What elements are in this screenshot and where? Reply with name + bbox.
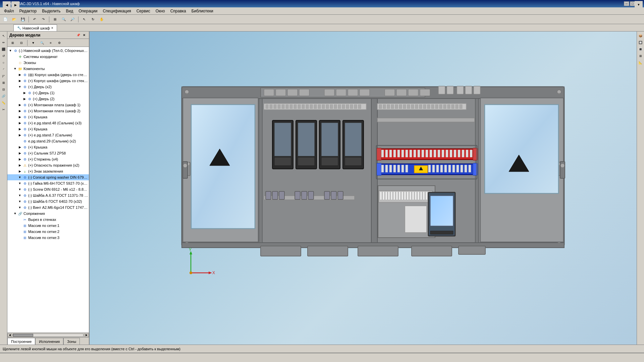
tab-main[interactable]: 🔧 Навесной шкаф × — [13, 24, 57, 31]
select-button[interactable]: ↖ — [80, 16, 88, 23]
expander-arr2[interactable] — [17, 229, 22, 234]
expander-screw[interactable]: ▼ — [17, 187, 22, 192]
tree-node-arr1[interactable]: ⊞ Массив по сетке:1 — [7, 223, 89, 229]
expander-gland2[interactable]: ▶ — [17, 133, 22, 137]
expander-danger[interactable]: ▶ — [17, 163, 22, 168]
expander-sketches[interactable] — [13, 60, 17, 65]
expander-cap3[interactable]: ▶ — [17, 145, 22, 149]
expander-washer2[interactable]: ▼ — [17, 193, 22, 198]
right-btn-2[interactable]: 🔲 — [638, 40, 644, 46]
expander-corp2[interactable]: ▶ — [17, 78, 22, 83]
tree-node-root[interactable]: ▼ ⚙ (-) Навесной шкаф (Тел-0, Сборочных … — [7, 48, 89, 54]
expander-washer[interactable]: ▼ — [17, 175, 22, 180]
expander-cut[interactable] — [17, 217, 22, 222]
tab-exec[interactable]: Исполнения — [35, 338, 63, 345]
expander-ground[interactable]: ▶ — [17, 169, 22, 174]
expander-root[interactable]: ▼ — [8, 48, 13, 53]
tree-node-washer[interactable]: ▼ ⚙ (-) Conical spring washer DIN 6796 -… — [7, 174, 89, 180]
scroll-left-btn[interactable]: ◀ — [7, 334, 12, 337]
tree-node-gland1[interactable]: ▶ ⚙ (+) e.pg.stand.48 (Сальник) (x3) — [7, 120, 89, 126]
tree-node-nut[interactable]: ▼ ⚙ (-) Гайка M6-6H ГОСТ 5927-70 (x50) — [7, 180, 89, 186]
right-btn-5[interactable]: 📐 — [638, 60, 644, 66]
tree-filter[interactable]: ▼ — [29, 39, 37, 47]
tree-node-door2[interactable]: ▶ ⚙ (+) Дверь (2) — [7, 96, 89, 102]
tree-node-sketches[interactable]: □ Эскизы — [7, 60, 89, 66]
tree-search[interactable]: 🔍 — [38, 39, 46, 47]
scroll-thumb[interactable] — [13, 334, 33, 337]
measure-tool[interactable]: 📏 — [1, 100, 7, 106]
tree-node-cap3[interactable]: ▶ ⚙ (+) Крышка — [7, 144, 89, 150]
expander-components[interactable]: ▼ — [13, 66, 17, 71]
tree-node-danger[interactable]: ▶ ⚠ (+) Опасность поражения (x2) — [7, 162, 89, 168]
right-btn-4[interactable]: ⊞ — [638, 53, 644, 59]
tree-node-arr2[interactable]: ⊞ Массив по сетке:2 — [7, 229, 89, 235]
tree-node-door1[interactable]: ▶ ⚙ (+) Дверь (1) — [7, 90, 89, 96]
menu-operations[interactable]: Операции — [76, 8, 100, 14]
tree-node-bolt[interactable]: ▼ ⚙ (-) Винт А2.М6-6gx14 ГОСТ 17473-80 — [7, 204, 89, 210]
new-button[interactable]: 📄 — [1, 16, 9, 23]
zoom-in-button[interactable]: 🔍 — [60, 16, 68, 23]
sketch-tool[interactable]: ✏ — [1, 40, 7, 46]
open-button[interactable]: 📂 — [10, 16, 18, 23]
undo-button[interactable]: ↶ — [31, 16, 39, 23]
mating-tool[interactable]: 🔗 — [1, 93, 7, 99]
expander-gland1[interactable]: ▶ — [17, 121, 22, 125]
section-tool[interactable]: ✂ — [1, 107, 7, 113]
mirror-tool[interactable]: ⊟ — [1, 86, 7, 93]
tree-node-rod[interactable]: ▶ ⚙ (+) Стержень (x4) — [7, 156, 89, 162]
pan-button[interactable]: ✋ — [98, 16, 106, 23]
expander-doors[interactable]: ▼ — [17, 84, 22, 89]
hole-tool[interactable]: ○ — [1, 60, 7, 66]
chamfer-tool[interactable]: ◸ — [1, 73, 7, 79]
expander-corp1[interactable]: ▶ — [17, 72, 22, 77]
redo-button[interactable]: ↷ — [39, 16, 47, 23]
tree-settings[interactable]: ⚙ — [55, 39, 63, 47]
minimize-button[interactable]: ─ — [624, 1, 629, 6]
menu-help[interactable]: Справка — [168, 8, 189, 14]
tree-node-arr3[interactable]: ⊞ Массив по сетке:3 — [7, 235, 89, 241]
expander-mount2[interactable]: ▶ — [17, 109, 22, 113]
right-btn-1[interactable]: 📦 — [638, 33, 644, 39]
menu-view[interactable]: Вид — [63, 8, 76, 14]
tree-node-mount2[interactable]: ▶ ⚙ (+) Монтажная плата (шкаф 2) — [7, 108, 89, 114]
tree-node-gland4[interactable]: ▶ ⚙ (+) Сальник STJ ZP58 — [7, 150, 89, 156]
tab-close-button[interactable]: × — [51, 26, 53, 30]
select-tool[interactable]: ↖ — [1, 33, 7, 39]
panel-close-button[interactable]: ✕ — [82, 33, 87, 38]
menu-service[interactable]: Сервис — [134, 8, 153, 14]
menu-window[interactable]: Окно — [153, 8, 168, 14]
revolve-tool[interactable]: ↺ — [1, 53, 7, 59]
expander-washer3[interactable]: ▼ — [17, 199, 22, 204]
rotate-button[interactable]: ↻ — [89, 16, 97, 23]
scroll-right-btn[interactable]: ▶ — [84, 334, 89, 337]
extrude-tool[interactable]: ⬛ — [1, 46, 7, 52]
expander-gland3[interactable] — [17, 139, 22, 143]
viewport-3d[interactable]: Y X — [90, 32, 637, 345]
menu-spec[interactable]: Спецификация — [100, 8, 133, 14]
tree-node-ground[interactable]: ▶ ⏚ (+) Знак заземления — [7, 168, 89, 174]
expander-bolt[interactable]: ▼ — [17, 205, 22, 210]
expander-rod[interactable]: ▶ — [17, 157, 22, 162]
tree-node-mates[interactable]: ▼ 🔗 Сопряжения — [7, 210, 89, 217]
tree-node-components[interactable]: ▼ 📁 Компоненты — [7, 66, 89, 72]
tree-view-options[interactable]: ≡ — [47, 39, 55, 47]
tab-nav-forward[interactable]: ▶ — [11, 1, 19, 9]
tree-expand-all[interactable]: ⊞ — [9, 39, 17, 47]
tree-node-doors[interactable]: ▼ ⚙ (+) Дверь (x2) — [7, 84, 89, 90]
expander-mount1[interactable]: ▶ — [17, 103, 22, 107]
tree-node-gland3[interactable]: ⚙ e.pg.stand.29 (Сальник) (x2) — [7, 138, 89, 144]
tree-node-cap1[interactable]: ▶ ⚙ (+) Крышка — [7, 114, 89, 120]
expander-door2[interactable]: ▶ — [22, 97, 27, 101]
expander-coord[interactable] — [13, 54, 17, 59]
tab-more-button[interactable]: ▼ — [635, 1, 643, 8]
array-tool[interactable]: ⊞ — [1, 80, 7, 86]
expander-door1[interactable]: ▶ — [22, 90, 27, 95]
fillet-tool[interactable]: ◜ — [1, 66, 7, 72]
model-tree[interactable]: ▼ ⚙ (-) Навесной шкаф (Тел-0, Сборочных … — [7, 47, 89, 333]
tab-nav-back[interactable]: ◀ — [3, 1, 11, 9]
tree-node-washer2[interactable]: ▼ ⚙ (-) Шайба A.6.37 ГОСТ 11371-78 (x64) — [7, 192, 89, 198]
menu-libraries[interactable]: Библиотеки — [189, 8, 216, 14]
tree-node-screw[interactable]: ▼ ⚙ (-) Screw DIN 6912 - M6 x12 - 8.8 (x… — [7, 186, 89, 192]
tree-node-coord[interactable]: ✛ Системы координат — [7, 54, 89, 60]
expander-arr3[interactable] — [17, 235, 22, 240]
